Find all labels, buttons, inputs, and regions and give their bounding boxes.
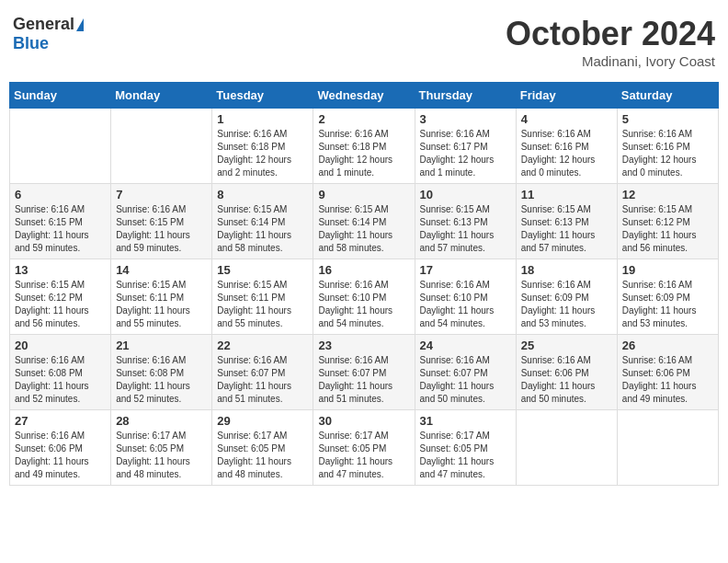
day-info: Sunrise: 6:15 AM Sunset: 6:11 PM Dayligh… bbox=[116, 279, 207, 330]
calendar-cell: 22Sunrise: 6:16 AM Sunset: 6:07 PM Dayli… bbox=[212, 335, 313, 410]
calendar-cell: 16Sunrise: 6:16 AM Sunset: 6:10 PM Dayli… bbox=[313, 259, 415, 335]
weekday-header-row: SundayMondayTuesdayWednesdayThursdayFrid… bbox=[10, 83, 719, 109]
calendar-cell: 28Sunrise: 6:17 AM Sunset: 6:05 PM Dayli… bbox=[111, 410, 212, 486]
calendar-cell: 13Sunrise: 6:15 AM Sunset: 6:12 PM Dayli… bbox=[10, 259, 111, 335]
day-number: 20 bbox=[15, 339, 106, 352]
calendar-week-row: 20Sunrise: 6:16 AM Sunset: 6:08 PM Dayli… bbox=[10, 335, 719, 410]
day-info: Sunrise: 6:15 AM Sunset: 6:14 PM Dayligh… bbox=[318, 203, 409, 255]
calendar-cell: 27Sunrise: 6:16 AM Sunset: 6:06 PM Dayli… bbox=[10, 410, 111, 486]
calendar-header: SundayMondayTuesdayWednesdayThursdayFrid… bbox=[10, 83, 719, 109]
day-number: 8 bbox=[217, 188, 308, 201]
weekday-header-tuesday: Tuesday bbox=[212, 83, 313, 109]
day-number: 22 bbox=[217, 339, 308, 352]
day-info: Sunrise: 6:17 AM Sunset: 6:05 PM Dayligh… bbox=[116, 430, 207, 481]
day-info: Sunrise: 6:16 AM Sunset: 6:06 PM Dayligh… bbox=[622, 354, 713, 406]
day-number: 2 bbox=[318, 112, 409, 126]
day-info: Sunrise: 6:16 AM Sunset: 6:06 PM Dayligh… bbox=[521, 354, 612, 406]
day-number: 31 bbox=[420, 414, 511, 428]
day-number: 6 bbox=[15, 188, 106, 201]
day-info: Sunrise: 6:16 AM Sunset: 6:18 PM Dayligh… bbox=[217, 128, 308, 179]
weekday-header-friday: Friday bbox=[516, 83, 617, 109]
calendar-cell: 17Sunrise: 6:16 AM Sunset: 6:10 PM Dayli… bbox=[415, 259, 516, 335]
day-number: 13 bbox=[15, 263, 106, 277]
calendar-cell: 15Sunrise: 6:15 AM Sunset: 6:11 PM Dayli… bbox=[212, 259, 313, 335]
day-number: 15 bbox=[217, 263, 308, 277]
calendar-cell: 30Sunrise: 6:17 AM Sunset: 6:05 PM Dayli… bbox=[313, 410, 415, 486]
day-info: Sunrise: 6:16 AM Sunset: 6:07 PM Dayligh… bbox=[420, 354, 511, 406]
day-info: Sunrise: 6:15 AM Sunset: 6:14 PM Dayligh… bbox=[217, 203, 308, 255]
calendar-cell: 10Sunrise: 6:15 AM Sunset: 6:13 PM Dayli… bbox=[415, 184, 516, 259]
calendar-body: 1Sunrise: 6:16 AM Sunset: 6:18 PM Daylig… bbox=[10, 109, 719, 486]
logo-blue-text: Blue bbox=[13, 34, 49, 53]
logo-general-text: General bbox=[13, 15, 74, 34]
day-info: Sunrise: 6:16 AM Sunset: 6:15 PM Dayligh… bbox=[116, 203, 207, 255]
calendar-cell: 6Sunrise: 6:16 AM Sunset: 6:15 PM Daylig… bbox=[10, 184, 111, 259]
calendar-cell: 4Sunrise: 6:16 AM Sunset: 6:16 PM Daylig… bbox=[516, 109, 617, 184]
day-info: Sunrise: 6:16 AM Sunset: 6:10 PM Dayligh… bbox=[318, 279, 409, 330]
day-number: 24 bbox=[420, 339, 511, 352]
day-info: Sunrise: 6:16 AM Sunset: 6:10 PM Dayligh… bbox=[420, 279, 511, 330]
day-info: Sunrise: 6:15 AM Sunset: 6:13 PM Dayligh… bbox=[521, 203, 612, 255]
day-number: 12 bbox=[622, 188, 713, 201]
weekday-header-wednesday: Wednesday bbox=[313, 83, 415, 109]
logo-triangle-icon bbox=[76, 18, 84, 31]
day-info: Sunrise: 6:17 AM Sunset: 6:05 PM Dayligh… bbox=[318, 430, 409, 481]
day-info: Sunrise: 6:17 AM Sunset: 6:05 PM Dayligh… bbox=[217, 430, 308, 481]
day-info: Sunrise: 6:16 AM Sunset: 6:18 PM Dayligh… bbox=[318, 128, 409, 179]
day-info: Sunrise: 6:16 AM Sunset: 6:06 PM Dayligh… bbox=[15, 430, 106, 481]
day-number: 25 bbox=[521, 339, 612, 352]
calendar-cell: 24Sunrise: 6:16 AM Sunset: 6:07 PM Dayli… bbox=[415, 335, 516, 410]
day-info: Sunrise: 6:15 AM Sunset: 6:12 PM Dayligh… bbox=[15, 279, 106, 330]
calendar-cell bbox=[516, 410, 617, 486]
calendar-cell: 7Sunrise: 6:16 AM Sunset: 6:15 PM Daylig… bbox=[111, 184, 212, 259]
day-info: Sunrise: 6:16 AM Sunset: 6:09 PM Dayligh… bbox=[521, 279, 612, 330]
day-info: Sunrise: 6:15 AM Sunset: 6:12 PM Dayligh… bbox=[622, 203, 713, 255]
day-number: 26 bbox=[622, 339, 713, 352]
day-number: 5 bbox=[622, 112, 713, 126]
calendar-cell bbox=[10, 109, 111, 184]
calendar-cell: 3Sunrise: 6:16 AM Sunset: 6:17 PM Daylig… bbox=[415, 109, 516, 184]
page-header: General Blue October 2024 Madinani, Ivor… bbox=[9, 9, 719, 75]
location-subtitle: Madinani, Ivory Coast bbox=[506, 53, 715, 69]
day-info: Sunrise: 6:15 AM Sunset: 6:11 PM Dayligh… bbox=[217, 279, 308, 330]
weekday-header-monday: Monday bbox=[111, 83, 212, 109]
calendar-week-row: 27Sunrise: 6:16 AM Sunset: 6:06 PM Dayli… bbox=[10, 410, 719, 486]
day-number: 23 bbox=[318, 339, 409, 352]
day-number: 18 bbox=[521, 263, 612, 277]
day-info: Sunrise: 6:16 AM Sunset: 6:16 PM Dayligh… bbox=[521, 128, 612, 179]
weekday-header-thursday: Thursday bbox=[415, 83, 516, 109]
month-title: October 2024 bbox=[506, 15, 715, 53]
calendar-cell: 21Sunrise: 6:16 AM Sunset: 6:08 PM Dayli… bbox=[111, 335, 212, 410]
calendar-week-row: 6Sunrise: 6:16 AM Sunset: 6:15 PM Daylig… bbox=[10, 184, 719, 259]
day-number: 1 bbox=[217, 112, 308, 126]
day-number: 27 bbox=[15, 414, 106, 428]
weekday-header-saturday: Saturday bbox=[617, 83, 718, 109]
day-info: Sunrise: 6:16 AM Sunset: 6:08 PM Dayligh… bbox=[116, 354, 207, 406]
logo: General Blue bbox=[13, 15, 84, 53]
day-info: Sunrise: 6:16 AM Sunset: 6:07 PM Dayligh… bbox=[318, 354, 409, 406]
calendar-cell: 25Sunrise: 6:16 AM Sunset: 6:06 PM Dayli… bbox=[516, 335, 617, 410]
day-number: 11 bbox=[521, 188, 612, 201]
weekday-header-sunday: Sunday bbox=[10, 83, 111, 109]
day-number: 3 bbox=[420, 112, 511, 126]
calendar-cell: 31Sunrise: 6:17 AM Sunset: 6:05 PM Dayli… bbox=[415, 410, 516, 486]
calendar-cell bbox=[617, 410, 718, 486]
day-number: 28 bbox=[116, 414, 207, 428]
day-number: 21 bbox=[116, 339, 207, 352]
title-section: October 2024 Madinani, Ivory Coast bbox=[506, 15, 715, 69]
calendar-week-row: 13Sunrise: 6:15 AM Sunset: 6:12 PM Dayli… bbox=[10, 259, 719, 335]
calendar-cell: 9Sunrise: 6:15 AM Sunset: 6:14 PM Daylig… bbox=[313, 184, 415, 259]
calendar-cell: 18Sunrise: 6:16 AM Sunset: 6:09 PM Dayli… bbox=[516, 259, 617, 335]
day-info: Sunrise: 6:16 AM Sunset: 6:09 PM Dayligh… bbox=[622, 279, 713, 330]
day-number: 29 bbox=[217, 414, 308, 428]
day-info: Sunrise: 6:16 AM Sunset: 6:15 PM Dayligh… bbox=[15, 203, 106, 255]
day-info: Sunrise: 6:16 AM Sunset: 6:17 PM Dayligh… bbox=[420, 128, 511, 179]
day-number: 14 bbox=[116, 263, 207, 277]
day-number: 9 bbox=[318, 188, 409, 201]
calendar-cell: 11Sunrise: 6:15 AM Sunset: 6:13 PM Dayli… bbox=[516, 184, 617, 259]
day-number: 4 bbox=[521, 112, 612, 126]
calendar-cell: 5Sunrise: 6:16 AM Sunset: 6:16 PM Daylig… bbox=[617, 109, 718, 184]
calendar-cell: 12Sunrise: 6:15 AM Sunset: 6:12 PM Dayli… bbox=[617, 184, 718, 259]
calendar-cell: 26Sunrise: 6:16 AM Sunset: 6:06 PM Dayli… bbox=[617, 335, 718, 410]
day-number: 19 bbox=[622, 263, 713, 277]
